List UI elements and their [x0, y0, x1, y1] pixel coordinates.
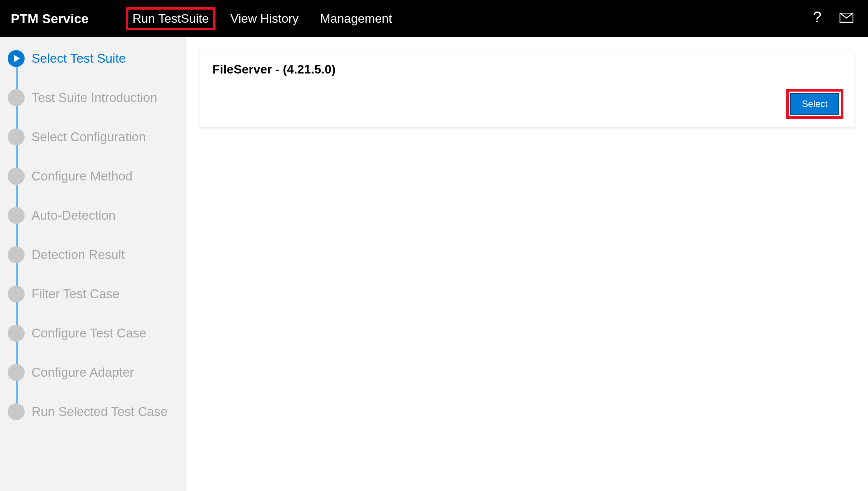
step-label: Configure Method — [32, 169, 132, 184]
step-circle — [8, 246, 25, 263]
test-suite-card: FileServer - (4.21.5.0) Select — [200, 52, 854, 127]
step-label: Filter Test Case — [32, 287, 120, 301]
content-area: FileServer - (4.21.5.0) Select — [186, 37, 868, 491]
step-configure-adapter[interactable]: Configure Adapter — [8, 364, 178, 381]
step-label: Run Selected Test Case — [32, 404, 167, 419]
step-test-suite-introduction[interactable]: Test Suite Introduction — [8, 89, 178, 106]
play-icon — [14, 55, 20, 62]
card-title: FileServer - (4.21.5.0) — [212, 62, 842, 77]
step-circle — [8, 207, 25, 224]
step-circle — [8, 168, 25, 185]
step-select-configuration[interactable]: Select Configuration — [8, 129, 178, 145]
step-label: Test Suite Introduction — [32, 90, 157, 105]
step-filter-test-case[interactable]: Filter Test Case — [8, 286, 178, 302]
step-auto-detection[interactable]: Auto-Detection — [8, 207, 178, 224]
step-run-selected-test-case[interactable]: Run Selected Test Case — [8, 403, 178, 420]
step-list: Select Test Suite Test Suite Introductio… — [8, 50, 178, 420]
step-circle — [8, 129, 25, 145]
step-circle — [8, 403, 25, 420]
app-header: PTM Service Run TestSuite View History M… — [0, 0, 868, 37]
step-circle — [8, 89, 25, 106]
step-configure-test-case[interactable]: Configure Test Case — [8, 325, 178, 342]
app-title: PTM Service — [11, 11, 88, 26]
step-select-test-suite[interactable]: Select Test Suite — [8, 50, 178, 67]
main-container: Select Test Suite Test Suite Introductio… — [0, 37, 868, 491]
nav-view-history[interactable]: View History — [225, 8, 304, 29]
nav-run-testsuite[interactable]: Run TestSuite — [127, 8, 214, 29]
select-button-highlight: Select — [788, 90, 842, 117]
step-circle — [8, 286, 25, 302]
step-connector-line — [16, 62, 18, 416]
step-label: Select Test Suite — [32, 51, 126, 66]
step-circle — [8, 325, 25, 342]
step-label: Configure Test Case — [32, 326, 146, 341]
card-actions: Select — [212, 90, 842, 117]
svg-text:?: ? — [813, 10, 821, 25]
step-circle-active — [8, 50, 25, 67]
step-label: Select Configuration — [32, 130, 146, 144]
step-label: Auto-Detection — [32, 208, 115, 223]
select-button[interactable]: Select — [790, 93, 839, 115]
step-detection-result[interactable]: Detection Result — [8, 246, 178, 263]
help-icon[interactable]: ? — [810, 10, 822, 27]
step-label: Detection Result — [32, 247, 125, 262]
nav-items: Run TestSuite View History Management — [127, 8, 397, 29]
sidebar: Select Test Suite Test Suite Introductio… — [0, 37, 186, 491]
step-circle — [8, 364, 25, 381]
step-configure-method[interactable]: Configure Method — [8, 168, 178, 185]
nav-management[interactable]: Management — [315, 8, 397, 29]
mail-icon[interactable] — [840, 13, 853, 24]
header-right: ? — [810, 10, 857, 27]
step-label: Configure Adapter — [32, 365, 134, 380]
